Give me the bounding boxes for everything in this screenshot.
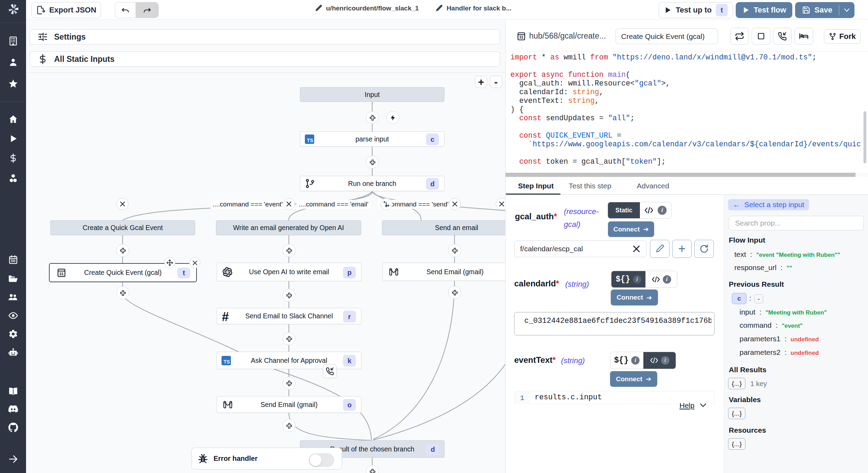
svg-text:31: 31 bbox=[519, 35, 523, 39]
